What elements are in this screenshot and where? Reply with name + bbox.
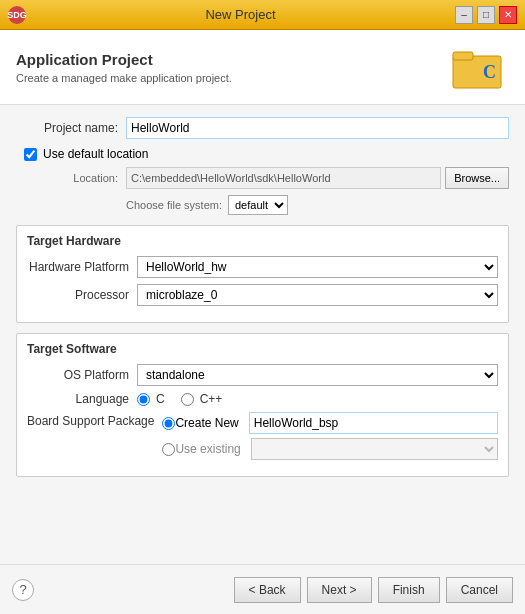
- dialog-header: Application Project Create a managed mak…: [0, 30, 525, 105]
- page-title: Application Project: [16, 51, 232, 68]
- language-label: Language: [27, 392, 137, 406]
- location-row: Location: Browse...: [16, 167, 509, 189]
- location-label: Location:: [16, 172, 126, 184]
- target-software-title: Target Software: [27, 342, 498, 356]
- bsp-use-existing-label: Use existing: [175, 442, 240, 456]
- close-button[interactable]: ✕: [499, 6, 517, 24]
- language-options: C C++: [137, 392, 232, 406]
- title-bar-left: SDG: [8, 6, 26, 24]
- bsp-create-new-radio[interactable]: [162, 417, 175, 430]
- dialog-footer: ? < Back Next > Finish Cancel: [0, 564, 525, 614]
- bsp-use-existing-radio[interactable]: [162, 443, 175, 456]
- os-platform-row: OS Platform standalone: [27, 364, 498, 386]
- footer-left: ?: [12, 579, 34, 601]
- language-row: Language C C++: [27, 392, 498, 406]
- bsp-options: Create New Use existing: [162, 412, 498, 464]
- hardware-platform-label: Hardware Platform: [27, 260, 137, 274]
- processor-select[interactable]: microblaze_0: [137, 284, 498, 306]
- language-cpp-label: C++: [200, 392, 223, 406]
- target-hardware-section: Target Hardware Hardware Platform HelloW…: [16, 225, 509, 323]
- hardware-platform-select[interactable]: HelloWorld_hw: [137, 256, 498, 278]
- dialog: Application Project Create a managed mak…: [0, 30, 525, 614]
- language-c-label: C: [156, 392, 165, 406]
- footer-right: < Back Next > Finish Cancel: [234, 577, 513, 603]
- maximize-button[interactable]: □: [477, 6, 495, 24]
- bsp-label-row: Board Support Package Create New Use exi…: [27, 412, 498, 464]
- help-button[interactable]: ?: [12, 579, 34, 601]
- project-name-input[interactable]: [126, 117, 509, 139]
- target-hardware-title: Target Hardware: [27, 234, 498, 248]
- bsp-create-new-row: Create New: [162, 412, 498, 434]
- page-subtitle: Create a managed make application projec…: [16, 72, 232, 84]
- back-button[interactable]: < Back: [234, 577, 301, 603]
- bsp-label: Board Support Package: [27, 412, 162, 428]
- language-c-radio[interactable]: [137, 393, 150, 406]
- location-input[interactable]: [126, 167, 441, 189]
- filesystem-label: Choose file system:: [126, 199, 228, 211]
- processor-row: Processor microblaze_0: [27, 284, 498, 306]
- bsp-use-existing-row: Use existing: [162, 438, 498, 460]
- language-cpp-radio[interactable]: [181, 393, 194, 406]
- dialog-body: Project name: Use default location Locat…: [0, 105, 525, 564]
- target-software-section: Target Software OS Platform standalone L…: [16, 333, 509, 477]
- svg-rect-1: [453, 52, 473, 60]
- next-button[interactable]: Next >: [307, 577, 372, 603]
- processor-label: Processor: [27, 288, 137, 302]
- bsp-existing-select[interactable]: [251, 438, 498, 460]
- finish-button[interactable]: Finish: [378, 577, 440, 603]
- default-location-row: Use default location: [16, 147, 509, 161]
- app-logo: SDG: [8, 6, 26, 24]
- cancel-button[interactable]: Cancel: [446, 577, 513, 603]
- os-platform-label: OS Platform: [27, 368, 137, 382]
- browse-button[interactable]: Browse...: [445, 167, 509, 189]
- title-bar: SDG New Project – □ ✕: [0, 0, 525, 30]
- default-location-checkbox[interactable]: [24, 148, 37, 161]
- project-name-row: Project name:: [16, 117, 509, 139]
- bsp-create-new-label: Create New: [175, 416, 238, 430]
- header-icon: C: [449, 42, 509, 92]
- hardware-platform-row: Hardware Platform HelloWorld_hw: [27, 256, 498, 278]
- default-location-label: Use default location: [43, 147, 148, 161]
- minimize-button[interactable]: –: [455, 6, 473, 24]
- os-platform-select[interactable]: standalone: [137, 364, 498, 386]
- window-title: New Project: [205, 7, 275, 22]
- window-controls: – □ ✕: [455, 6, 517, 24]
- header-text: Application Project Create a managed mak…: [16, 51, 232, 84]
- bsp-create-new-input[interactable]: [249, 412, 498, 434]
- filesystem-select[interactable]: default: [228, 195, 288, 215]
- svg-text:C: C: [483, 62, 496, 82]
- filesystem-row: Choose file system: default: [16, 195, 509, 215]
- project-name-label: Project name:: [16, 121, 126, 135]
